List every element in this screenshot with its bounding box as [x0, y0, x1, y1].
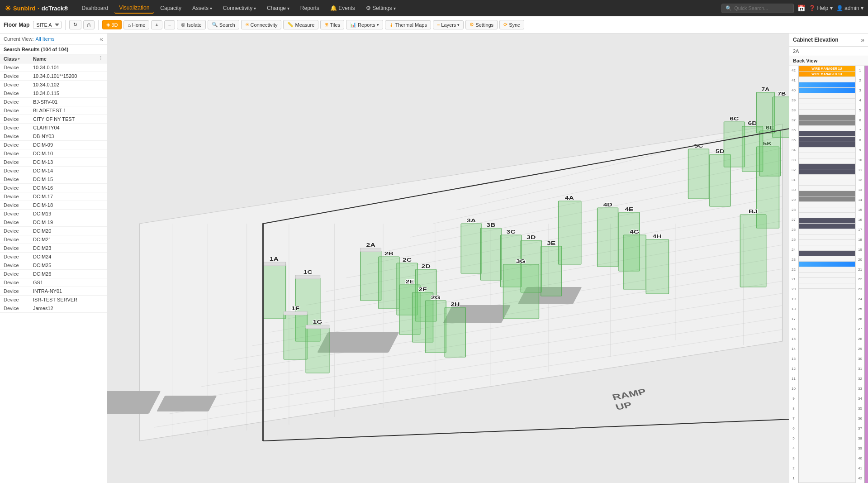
- table-row[interactable]: Device10.34.0.101**15200: [0, 72, 107, 81]
- table-row[interactable]: DeviceBJ-SRV-01: [0, 98, 107, 106]
- rack-number-left: 6: [789, 423, 798, 433]
- rack-number-right: 33: [856, 384, 864, 394]
- measure-button[interactable]: 📏 Measure: [283, 20, 318, 29]
- sync-button[interactable]: ⟳ Sync: [499, 20, 524, 29]
- svg-text:6C: 6C: [730, 116, 739, 121]
- table-row[interactable]: DeviceDCIM26: [0, 270, 107, 278]
- expand-panel-button[interactable]: »: [861, 36, 864, 43]
- reports-button[interactable]: 📊 Reports: [346, 20, 383, 29]
- calendar-icon[interactable]: 📅: [797, 5, 805, 12]
- rack-number-right: 35: [856, 403, 864, 413]
- svg-rect-56: [379, 257, 399, 309]
- nav-events[interactable]: 🔔 Events: [326, 3, 360, 13]
- table-row[interactable]: DeviceDCIM-10: [0, 149, 107, 158]
- rack-number-right: 34: [856, 393, 864, 403]
- nav-visualization[interactable]: Visualization: [114, 3, 154, 14]
- rack-number-left: 12: [789, 364, 798, 374]
- rack-number-right: 38: [856, 433, 864, 443]
- table-row[interactable]: Device10.34.0.102: [0, 81, 107, 89]
- table-row[interactable]: Device10.34.0.115: [0, 89, 107, 98]
- rack-number-left: 37: [789, 115, 798, 125]
- device-class: Device: [4, 220, 33, 225]
- quick-search-input[interactable]: [734, 5, 784, 11]
- rack-number-left: 4: [789, 443, 798, 453]
- table-row[interactable]: DeviceDCIM23: [0, 244, 107, 253]
- table-row[interactable]: DeviceDCIM-13: [0, 158, 107, 167]
- table-row[interactable]: DeviceJames12: [0, 304, 107, 313]
- table-row[interactable]: DeviceDCIM-16: [0, 184, 107, 192]
- isolate-button[interactable]: ◎ Isolate: [177, 20, 205, 29]
- table-row[interactable]: DeviceDCIM-09: [0, 141, 107, 149]
- nav-assets[interactable]: Assets: [188, 3, 217, 13]
- nav-settings[interactable]: ⚙ Settings: [361, 3, 400, 13]
- help-btn[interactable]: ❓ Help ▾: [809, 5, 832, 11]
- rack-number-left: 31: [789, 175, 798, 185]
- svg-rect-66: [425, 301, 446, 353]
- table-row[interactable]: DeviceINTRA-NY01: [0, 287, 107, 296]
- table-row[interactable]: DeviceDCIM-15: [0, 175, 107, 184]
- panel-collapse-button[interactable]: «: [100, 35, 103, 43]
- 3d-button[interactable]: ◈ 3D: [102, 20, 122, 29]
- rack-number-left: 7: [789, 413, 798, 423]
- rack-number-left: 23: [789, 254, 798, 264]
- device-name: ISR-TEST SERVER: [33, 297, 103, 302]
- site-selector[interactable]: SITE A: [33, 21, 62, 29]
- rack-number-left: 29: [789, 195, 798, 205]
- rack-number-right: 24: [856, 294, 864, 304]
- table-row[interactable]: DeviceDCIM-14: [0, 167, 107, 175]
- table-header: Class ▾ Name ⋮: [0, 54, 107, 63]
- zoom-in-button[interactable]: +: [151, 20, 162, 29]
- zoom-out-button[interactable]: −: [164, 20, 175, 29]
- table-row[interactable]: DeviceDCIM-17: [0, 192, 107, 201]
- table-row[interactable]: DeviceCITY OF NY TEST: [0, 115, 107, 124]
- table-row[interactable]: DeviceDCIM20: [0, 227, 107, 235]
- thermal-maps-button[interactable]: 🌡 Thermal Maps: [385, 20, 431, 29]
- search-button[interactable]: 🔍 Search: [208, 20, 239, 29]
- table-row[interactable]: DeviceDCIM19: [0, 210, 107, 218]
- floor-map-label: Floor Map: [4, 22, 29, 28]
- table-row[interactable]: DeviceDCIM24: [0, 253, 107, 261]
- all-items-link[interactable]: All Items: [35, 36, 54, 42]
- nav-change[interactable]: Change: [262, 3, 294, 13]
- column-menu-icon[interactable]: ⋮: [98, 56, 103, 62]
- nav-reports[interactable]: Reports: [296, 3, 324, 13]
- table-row[interactable]: DeviceBLADETEST 1: [0, 106, 107, 115]
- cabinet-rack-view: 4241403938373635343332313029282726252423…: [789, 66, 868, 483]
- table-row[interactable]: DeviceDCIM-19: [0, 218, 107, 227]
- svg-text:BJ: BJ: [749, 209, 758, 214]
- table-row[interactable]: Device10.34.0.101: [0, 63, 107, 72]
- refresh-button[interactable]: ↻: [69, 20, 81, 29]
- table-row[interactable]: DeviceISR-TEST SERVER: [0, 296, 107, 304]
- nav-connectivity[interactable]: Connectivity: [218, 3, 261, 13]
- nav-capacity[interactable]: Capacity: [156, 3, 186, 13]
- device-name: CITY OF NY TEST: [33, 116, 103, 122]
- zoom-in-icon: +: [155, 22, 158, 28]
- table-row[interactable]: DeviceDCIM-18: [0, 201, 107, 210]
- floor-map-svg[interactable]: RAMP UP 1A 1C 1F: [107, 33, 789, 483]
- quick-search[interactable]: 🔍: [721, 4, 794, 13]
- table-row[interactable]: DeviceGS1: [0, 278, 107, 287]
- svg-rect-88: [623, 235, 646, 289]
- device-name: 10.34.0.101: [33, 65, 103, 70]
- class-column-header[interactable]: Class ▾: [4, 56, 33, 62]
- settings-toolbar-button[interactable]: ⚙ Settings: [465, 20, 498, 29]
- svg-rect-50: [306, 328, 329, 373]
- print-button[interactable]: ⎙: [83, 20, 95, 29]
- connectivity-button[interactable]: ✳ Connectivity: [241, 20, 282, 29]
- table-row[interactable]: DeviceDB-NY03: [0, 132, 107, 141]
- table-row[interactable]: DeviceCLARITY04: [0, 124, 107, 132]
- tiles-button[interactable]: ⊞ Tiles: [320, 20, 344, 29]
- floor-map-area[interactable]: RAMP UP 1A 1C 1F: [107, 33, 789, 483]
- svg-text:4E: 4E: [625, 206, 633, 212]
- svg-rect-92: [688, 149, 709, 199]
- home-button[interactable]: ⌂ Home: [123, 20, 149, 29]
- nav-dashboard[interactable]: Dashboard: [77, 3, 113, 13]
- table-row[interactable]: DeviceDCIM21: [0, 235, 107, 244]
- name-column-header[interactable]: Name: [33, 56, 98, 62]
- rack-number-right: 30: [856, 354, 864, 364]
- layers-button[interactable]: ≡ Layers: [433, 20, 464, 29]
- device-class: Device: [4, 306, 33, 311]
- admin-btn[interactable]: 👤 admin ▾: [836, 5, 863, 11]
- rack-numbers-right: 1234567891011121314151617181920212223242…: [855, 66, 864, 483]
- table-row[interactable]: DeviceDCIM25: [0, 261, 107, 270]
